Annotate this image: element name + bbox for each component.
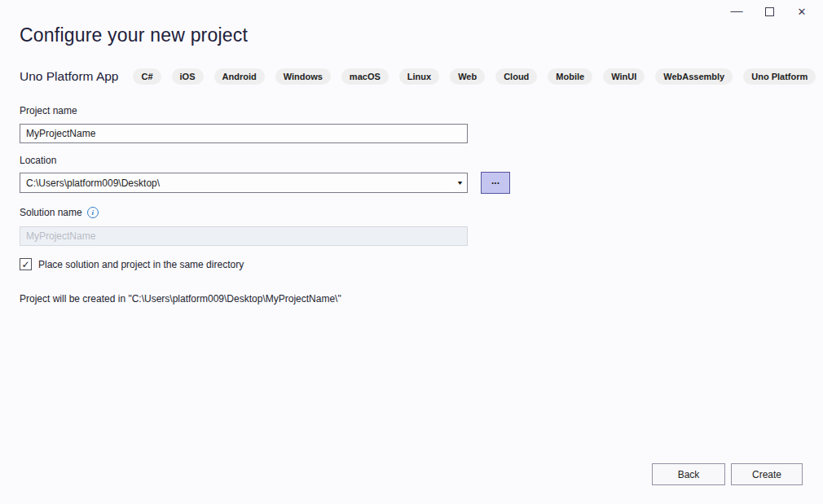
- template-tag: WinUI: [603, 68, 645, 85]
- browse-location-button[interactable]: ...: [481, 172, 510, 194]
- template-row: Uno Platform App C#iOSAndroidWindowsmacO…: [20, 68, 807, 85]
- location-value[interactable]: C:\Users\platform009\Desktop\: [20, 177, 452, 189]
- maximize-icon: [765, 7, 774, 16]
- template-tag: iOS: [172, 68, 204, 85]
- template-tag: WebAssembly: [655, 68, 733, 85]
- template-tag: Mobile: [548, 68, 592, 85]
- location-label: Location: [20, 155, 56, 166]
- window-controls: — ✕: [720, 0, 823, 23]
- create-button[interactable]: Create: [731, 463, 803, 485]
- project-name-label: Project name: [20, 105, 77, 116]
- chevron-down-icon: ▼: [456, 180, 464, 186]
- close-icon: ✕: [798, 7, 807, 17]
- template-tag: C#: [133, 68, 161, 85]
- solution-name-input[interactable]: [20, 226, 468, 246]
- template-tag: Android: [214, 68, 265, 85]
- minimize-icon: —: [731, 4, 743, 16]
- template-tag: Linux: [399, 68, 439, 85]
- template-tag: Uno Platform: [743, 68, 816, 85]
- checkmark-icon: ✓: [21, 260, 29, 270]
- minimize-button[interactable]: —: [720, 1, 753, 22]
- back-button[interactable]: Back: [652, 463, 725, 485]
- page-title: Configure your new project: [20, 24, 248, 46]
- same-directory-checkbox[interactable]: ✓: [20, 258, 32, 270]
- template-tag: macOS: [341, 68, 389, 85]
- location-combobox[interactable]: C:\Users\platform009\Desktop\ ▼: [20, 173, 468, 193]
- template-tag: Windows: [275, 68, 331, 85]
- same-directory-row: ✓ Place solution and project in the same…: [20, 258, 244, 270]
- template-tag-list: C#iOSAndroidWindowsmacOSLinuxWebCloudMob…: [133, 68, 816, 85]
- template-tag: Web: [450, 68, 485, 85]
- same-directory-label: Place solution and project in the same d…: [38, 259, 244, 270]
- configure-project-dialog: — ✕ Configure your new project Uno Platf…: [0, 0, 823, 504]
- create-button-label: Create: [752, 469, 781, 480]
- project-name-input[interactable]: [20, 124, 468, 143]
- back-button-label: Back: [678, 469, 700, 480]
- template-name: Uno Platform App: [20, 69, 118, 84]
- maximize-button[interactable]: [753, 1, 786, 22]
- created-in-text: Project will be created in "C:\Users\pla…: [20, 293, 341, 305]
- solution-name-label-row: Solution name i: [20, 207, 99, 218]
- location-dropdown-button[interactable]: ▼: [452, 173, 467, 192]
- close-button[interactable]: ✕: [786, 1, 818, 22]
- template-tag: Cloud: [495, 68, 537, 85]
- solution-name-label: Solution name: [20, 207, 82, 218]
- info-icon[interactable]: i: [87, 207, 99, 218]
